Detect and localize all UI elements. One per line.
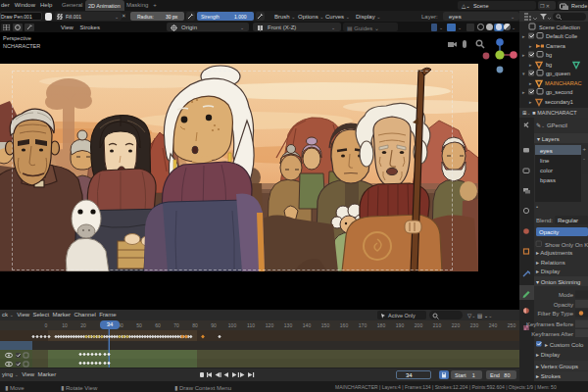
svg-text:Keyframes Before: Keyframes Before: [526, 321, 574, 327]
svg-text:190: 190: [396, 322, 405, 328]
svg-text:line: line: [540, 158, 550, 164]
svg-text:210: 210: [433, 322, 442, 328]
svg-text:Mode: Mode: [559, 292, 574, 298]
svg-text:▸: ▸: [529, 99, 532, 105]
svg-text:▸: ▸: [522, 89, 525, 95]
svg-text:Regular: Regular: [558, 218, 578, 223]
svg-text:▸: ▸: [529, 43, 532, 49]
svg-text:-: -: [583, 156, 585, 162]
svg-text:230: 230: [470, 322, 479, 328]
svg-text:▾: ▾: [522, 71, 525, 76]
svg-text:130: 130: [284, 322, 293, 328]
svg-text:120: 120: [266, 322, 274, 328]
svg-text:▸ Vertex Groups: ▸ Vertex Groups: [536, 364, 578, 369]
svg-text:200: 200: [415, 322, 423, 328]
svg-text:▸ Relations: ▸ Relations: [536, 260, 565, 266]
svg-text:160: 160: [340, 322, 349, 328]
svg-text:70: 70: [173, 322, 179, 328]
svg-text:✎⌄ GPencil: ✎⌄ GPencil: [536, 122, 567, 128]
svg-text:100: 100: [228, 322, 237, 328]
svg-text:Filter By Type: Filter By Type: [537, 311, 573, 317]
svg-text:Opacity: Opacity: [554, 302, 573, 308]
svg-text:▸: ▸: [529, 80, 532, 86]
svg-text:▸ Display: ▸ Display: [536, 352, 560, 358]
svg-text:80: 80: [192, 322, 198, 328]
svg-text:170: 170: [359, 322, 368, 328]
svg-text:0: 0: [45, 322, 48, 328]
svg-text:gp_second: gp_second: [546, 89, 572, 95]
svg-text:220: 220: [452, 322, 461, 328]
svg-text:140: 140: [303, 322, 312, 328]
svg-text:▾ Onion Skinning: ▾ Onion Skinning: [536, 279, 580, 285]
svg-text:250: 250: [508, 322, 516, 328]
svg-text:•: •: [536, 204, 538, 210]
svg-text:Opacity: Opacity: [539, 229, 559, 235]
svg-text:▸: ▸: [522, 33, 525, 39]
svg-text:10: 10: [62, 322, 68, 328]
svg-text:MAINCHARAC: MAINCHARAC: [545, 80, 582, 86]
svg-text:bg: bg: [546, 62, 552, 68]
svg-text:240: 240: [489, 322, 498, 328]
svg-text:▾ Layers: ▾ Layers: [537, 136, 560, 142]
svg-text:color: color: [540, 168, 553, 173]
svg-text:Camera: Camera: [546, 43, 566, 49]
svg-text:bg: bg: [546, 52, 552, 58]
svg-text:▸ Display: ▸ Display: [536, 269, 560, 274]
svg-text:180: 180: [377, 322, 386, 328]
svg-text:Default Colle: Default Colle: [546, 33, 577, 39]
svg-text:▸: ▸: [529, 62, 532, 68]
svg-text:▸ Adjustments: ▸ Adjustments: [536, 250, 572, 256]
svg-text:eyes: eyes: [540, 148, 553, 154]
svg-text:90: 90: [211, 322, 217, 328]
svg-text:Blend:: Blend:: [536, 218, 553, 223]
svg-text:Scene Collection: Scene Collection: [539, 24, 580, 30]
svg-text:60: 60: [155, 322, 161, 328]
svg-text:▸ Custom Colo: ▸ Custom Colo: [545, 342, 584, 348]
svg-text:50: 50: [136, 322, 142, 328]
svg-text:Show Only On Ke: Show Only On Ke: [545, 242, 588, 248]
svg-text:secondary1: secondary1: [545, 99, 573, 105]
svg-text:Keyframes After: Keyframes After: [531, 331, 573, 337]
svg-text:gp_queen: gp_queen: [546, 71, 570, 76]
svg-text:▸: ▸: [522, 52, 525, 58]
svg-text:150: 150: [321, 322, 330, 328]
svg-text:bpass: bpass: [540, 177, 556, 183]
svg-text:110: 110: [247, 322, 255, 328]
svg-text:+: +: [583, 146, 587, 152]
svg-text:20: 20: [80, 322, 86, 328]
svg-text:▸ Strokes: ▸ Strokes: [536, 373, 561, 379]
